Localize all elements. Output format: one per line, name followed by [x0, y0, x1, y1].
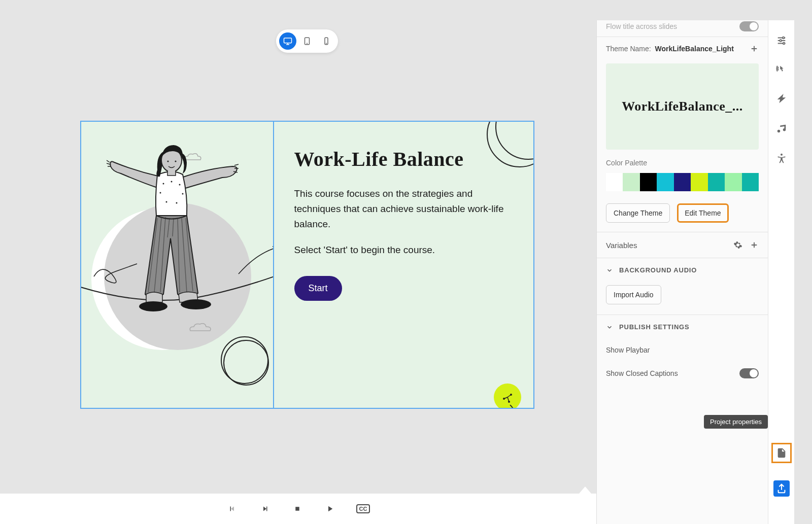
- flow-title-label: Flow title across slides: [606, 22, 677, 30]
- swoop-arrow: [236, 243, 274, 279]
- right-toolbar: Project properties: [768, 20, 794, 524]
- theme-name-label: Theme Name:: [606, 45, 651, 53]
- variables-gear-icon[interactable]: [733, 240, 742, 250]
- svg-point-23: [782, 37, 784, 39]
- interaction-icon[interactable]: [775, 64, 788, 76]
- svg-rect-20: [230, 507, 231, 511]
- prev-button[interactable]: [226, 503, 239, 515]
- svg-point-16: [181, 299, 211, 309]
- slide-right-panel: Work-Life Balance This course focuses on…: [274, 122, 533, 408]
- properties-sidebar: Flow title across slides Theme Name: Wor…: [596, 20, 768, 524]
- color-swatch[interactable]: [657, 173, 673, 191]
- decorative-circle: [223, 340, 269, 386]
- add-variable-icon[interactable]: [750, 240, 759, 250]
- svg-rect-21: [266, 507, 267, 511]
- playback-bar: CC: [0, 494, 596, 524]
- slide-body-1: This course focuses on the strategies an…: [294, 186, 513, 232]
- theme-name-value: WorkLifeBalance_Light: [655, 45, 733, 53]
- import-audio-button[interactable]: Import Audio: [606, 285, 661, 304]
- tooltip: Project properties: [704, 415, 768, 429]
- device-desktop-button[interactable]: [279, 32, 296, 50]
- device-tablet-button[interactable]: [298, 32, 316, 50]
- color-swatch[interactable]: [674, 173, 691, 191]
- svg-point-8: [159, 192, 161, 193]
- settings-sliders-icon[interactable]: [775, 34, 788, 47]
- chevron-down-icon: [606, 324, 613, 331]
- flow-title-toggle[interactable]: [739, 21, 759, 31]
- bg-audio-header[interactable]: BACKGROUND AUDIO: [597, 258, 768, 282]
- svg-point-24: [780, 40, 782, 42]
- color-palette[interactable]: [606, 173, 759, 191]
- svg-point-6: [171, 181, 172, 182]
- palette-label: Color Palette: [597, 157, 768, 169]
- slide-preview[interactable]: Work-Life Balance This course focuses on…: [80, 121, 534, 409]
- color-swatch[interactable]: [708, 173, 725, 191]
- color-swatch[interactable]: [640, 173, 657, 191]
- device-mobile-button[interactable]: [318, 32, 335, 50]
- show-playbar-label: Show Playbar: [606, 346, 650, 354]
- svg-point-7: [179, 184, 180, 185]
- svg-rect-22: [295, 507, 299, 511]
- svg-point-2: [307, 43, 308, 44]
- color-swatch[interactable]: [742, 173, 759, 191]
- flower-decoration: [494, 383, 521, 408]
- project-properties-icon[interactable]: [771, 443, 792, 463]
- show-cc-label: Show Closed Captions: [606, 369, 678, 377]
- variables-label: Variables: [606, 241, 637, 250]
- accessibility-icon[interactable]: [775, 152, 788, 164]
- color-swatch[interactable]: [725, 173, 741, 191]
- svg-point-15: [139, 301, 167, 311]
- show-cc-toggle[interactable]: [739, 368, 759, 378]
- svg-point-10: [165, 201, 167, 202]
- svg-rect-0: [284, 38, 292, 43]
- slide-body-2: Select 'Start' to begin the course.: [294, 242, 513, 258]
- device-switcher: [276, 29, 338, 53]
- change-theme-button[interactable]: Change Theme: [606, 203, 670, 223]
- color-swatch[interactable]: [606, 173, 623, 191]
- svg-point-25: [783, 43, 785, 45]
- play-button[interactable]: [324, 503, 336, 515]
- color-swatch[interactable]: [623, 173, 639, 191]
- cc-button[interactable]: CC: [356, 504, 370, 513]
- trigger-icon[interactable]: [775, 93, 788, 106]
- theme-preview[interactable]: WorkLifeBalance_...: [606, 63, 759, 150]
- svg-point-5: [162, 183, 164, 184]
- edit-theme-button[interactable]: Edit Theme: [677, 203, 728, 223]
- slide-title: Work-Life Balance: [294, 147, 513, 171]
- chevron-down-icon: [606, 267, 613, 274]
- add-theme-icon[interactable]: [750, 44, 759, 53]
- color-swatch[interactable]: [691, 173, 707, 191]
- audio-icon[interactable]: [775, 123, 788, 135]
- person-illustration: [107, 142, 239, 330]
- stop-button[interactable]: [291, 503, 303, 515]
- svg-point-26: [780, 154, 782, 156]
- svg-point-4: [326, 43, 327, 44]
- share-icon[interactable]: [773, 480, 790, 497]
- next-button[interactable]: [259, 503, 271, 515]
- canvas-area: Work-Life Balance This course focuses on…: [18, 20, 596, 524]
- publish-settings-header[interactable]: PUBLISH SETTINGS: [597, 315, 768, 339]
- theme-name-row: Theme Name: WorkLifeBalance_Light: [606, 45, 734, 53]
- svg-point-13: [167, 160, 168, 162]
- slide-left-panel: [81, 122, 274, 408]
- svg-point-9: [182, 193, 183, 194]
- svg-point-11: [176, 202, 177, 203]
- start-button[interactable]: Start: [294, 276, 342, 301]
- svg-point-14: [175, 160, 176, 162]
